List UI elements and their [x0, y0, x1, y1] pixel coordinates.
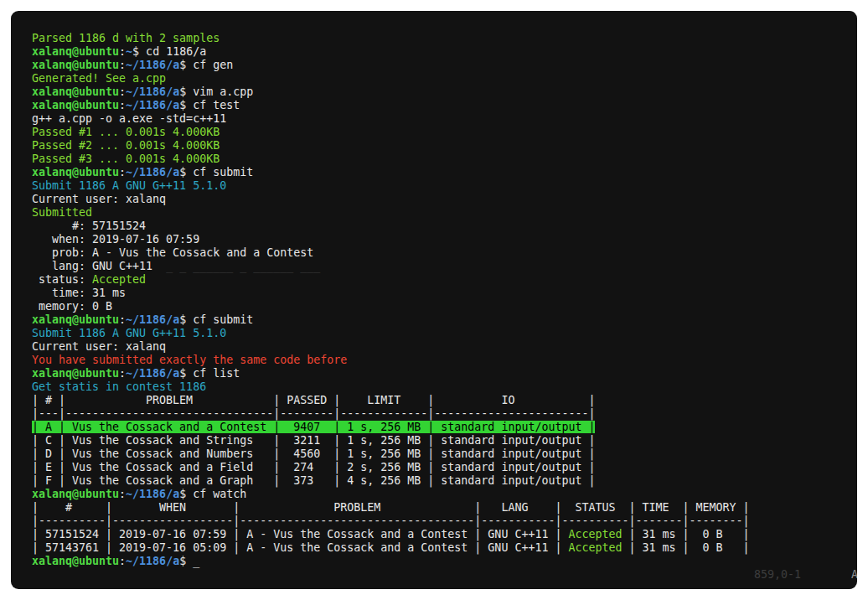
terminal-line: You have submitted exactly the same code… [32, 354, 857, 367]
terminal-line: Passed #2 ... 0.001s 4.000KB [32, 139, 857, 153]
text-segment: Submit 1186 A GNU G++11 5.1.0 [32, 179, 226, 192]
text-segment: ~/1186/a [126, 166, 179, 178]
text-segment: g++ a.cpp -o a.exe -std=c++11 [32, 112, 226, 125]
text-segment: xalanq@ubuntu [32, 367, 119, 380]
text-segment: : [119, 313, 126, 326]
terminal-line: Current user: xalanq [32, 340, 857, 354]
text-segment: Submitted [32, 206, 92, 219]
text-segment: | # | PROBLEM | PASSED | LIMIT | IO | [32, 394, 595, 406]
cursor: _ [193, 555, 199, 567]
terminal-line: Get statis in contest 1186 [32, 380, 857, 394]
text-segment: xalanq@ubuntu [32, 488, 119, 500]
terminal-line: |---|-------------------------------|---… [32, 407, 857, 421]
text-segment: _ _ ______ _ ______ ___ [166, 260, 320, 272]
terminal-line: when: 2019-07-16 07:59 [32, 233, 857, 246]
text-segment: Parsed 1186 d with 2 samples [32, 32, 220, 44]
terminal-line: xalanq@ubuntu:~/1186/a$ vim a.cpp [32, 85, 857, 99]
terminal-line: time: 31 ms [32, 287, 857, 300]
text-segment: : [119, 488, 126, 500]
text-segment: | 31 ms | 0 B | [622, 541, 749, 554]
text-segment: ~/1186/a [126, 99, 179, 111]
text-segment: lang: GNU C++11 [32, 260, 152, 272]
text-segment: Accepted [568, 528, 622, 541]
terminal-line: prob: A - Vus the Cossack and a Contest [32, 246, 857, 260]
text-segment: prob: A - Vus the Cossack and a Contest [32, 246, 313, 259]
terminal-line: Submitted [32, 206, 857, 220]
text-segment: | C | Vus the Cossack and Strings | 3211… [32, 434, 595, 447]
ruler-position: 859,0-1 [754, 568, 801, 581]
text-segment: $ cf watch [179, 488, 246, 500]
terminal-line: Submit 1186 A GNU G++11 5.1.0 [32, 327, 857, 340]
text-segment: #: 57151524 [32, 220, 146, 232]
terminal-line: Current user: xalanq [32, 193, 857, 206]
text-segment: You have submitted exactly the same code… [32, 354, 347, 366]
terminal-line: Parsed 1186 d with 2 samples [32, 32, 857, 45]
text-segment: $ cf gen [179, 59, 233, 71]
terminal-screen[interactable]: Parsed 1186 d with 2 samplesxalanq@ubunt… [11, 11, 857, 589]
text-segment: $ [179, 555, 193, 567]
text-segment: xalanq@ubuntu [32, 166, 119, 178]
terminal-line: | 57143761 | 2019-07-16 05:09 | A - Vus … [32, 541, 857, 555]
highlighted-row: | A | Vus the Cossack and a Contest | 94… [32, 421, 595, 433]
text-segment: status: [32, 273, 92, 286]
text-segment: Get statis in contest 1186 [32, 380, 206, 393]
text-segment: | # | WHEN | PROBLEM | LANG | STATUS | T… [32, 501, 750, 514]
terminal-line: Submit 1186 A GNU G++11 5.1.0 [32, 179, 857, 193]
text-segment: Accepted [92, 273, 146, 286]
text-segment: time: 31 ms [32, 287, 126, 299]
text-segment: $ cf list [179, 367, 240, 380]
terminal-line: xalanq@ubuntu:~$ cd 1186/a [32, 45, 857, 59]
text-segment: | E | Vus the Cossack and a Field | 274 … [32, 461, 595, 473]
text-segment: ~/1186/a [126, 367, 179, 380]
terminal-line: xalanq@ubuntu:~/1186/a$ cf submit [32, 166, 857, 179]
terminal-line: | # | WHEN | PROBLEM | LANG | STATUS | T… [32, 501, 857, 515]
text-segment: ~ [126, 45, 132, 58]
text-segment: : [119, 45, 126, 58]
text-segment: xalanq@ubuntu [32, 45, 119, 58]
text-segment: | 57143761 | 2019-07-16 05:09 | A - Vus … [32, 541, 568, 554]
terminal-line: xalanq@ubuntu:~/1186/a$ cf submit [32, 313, 857, 327]
terminal-line: xalanq@ubuntu:~/1186/a$ cf test [32, 99, 857, 112]
terminal-line: xalanq@ubuntu:~/1186/a$ cf watch [32, 488, 857, 501]
text-segment: xalanq@ubuntu [32, 85, 119, 98]
text-segment: Passed #1 ... 0.001s 4.000KB [32, 126, 220, 138]
text-segment: | 31 ms | 0 B | [622, 528, 749, 541]
text-segment: : [119, 99, 126, 111]
text-segment: Current user: xalanq [32, 193, 166, 205]
text-segment: ~/1186/a [126, 488, 179, 500]
terminal-line: Passed #1 ... 0.001s 4.000KB [32, 126, 857, 139]
terminal-line: xalanq@ubuntu:~/1186/a$ cf list [32, 367, 857, 380]
ruler-scroll-indicator: All [851, 568, 857, 581]
text-segment: Passed #3 ... 0.001s 4.000KB [32, 153, 220, 165]
text-segment: Generated! See a.cpp [32, 72, 166, 85]
text-segment: : [119, 59, 126, 71]
terminal-line: #: 57151524 [32, 220, 857, 233]
text-segment: $ cf submit [179, 313, 253, 326]
terminal-output: Parsed 1186 d with 2 samplesxalanq@ubunt… [32, 32, 857, 568]
text-segment: : [119, 85, 126, 98]
text-segment: $ vim a.cpp [179, 85, 253, 98]
text-segment: $ cd 1186/a [132, 45, 206, 58]
text-segment: : [119, 555, 126, 567]
text-segment: xalanq@ubuntu [32, 555, 119, 567]
terminal-line: Passed #3 ... 0.001s 4.000KB [32, 153, 857, 166]
terminal-line: | C | Vus the Cossack and Strings | 3211… [32, 434, 857, 447]
terminal-line: | F | Vus the Cossack and a Graph | 373 … [32, 474, 857, 488]
text-segment: | D | Vus the Cossack and Numbers | 4560… [32, 447, 595, 460]
text-segment: : [119, 166, 126, 178]
vim-ruler-artifact: 859,0-1All [714, 555, 857, 589]
desktop-background: Parsed 1186 d with 2 samplesxalanq@ubunt… [0, 0, 868, 600]
text-segment: ~/1186/a [126, 59, 179, 71]
terminal-line: | A | Vus the Cossack and a Contest | 94… [32, 421, 857, 434]
terminal-line: | 57151524 | 2019-07-16 07:59 | A - Vus … [32, 528, 857, 541]
terminal-line: lang: GNU C++11 _ _ ______ _ ______ ___ [32, 260, 857, 273]
text-segment: xalanq@ubuntu [32, 99, 119, 111]
text-segment: xalanq@ubuntu [32, 313, 119, 326]
terminal-line: | D | Vus the Cossack and Numbers | 4560… [32, 447, 857, 461]
text-segment: : [119, 367, 126, 380]
text-segment: ~/1186/a [126, 555, 179, 567]
terminal-line: g++ a.cpp -o a.exe -std=c++11 [32, 112, 857, 126]
terminal-line: | E | Vus the Cossack and a Field | 274 … [32, 461, 857, 474]
text-segment: |----------|------------------|---------… [32, 515, 750, 527]
terminal-line: status: Accepted [32, 273, 857, 287]
